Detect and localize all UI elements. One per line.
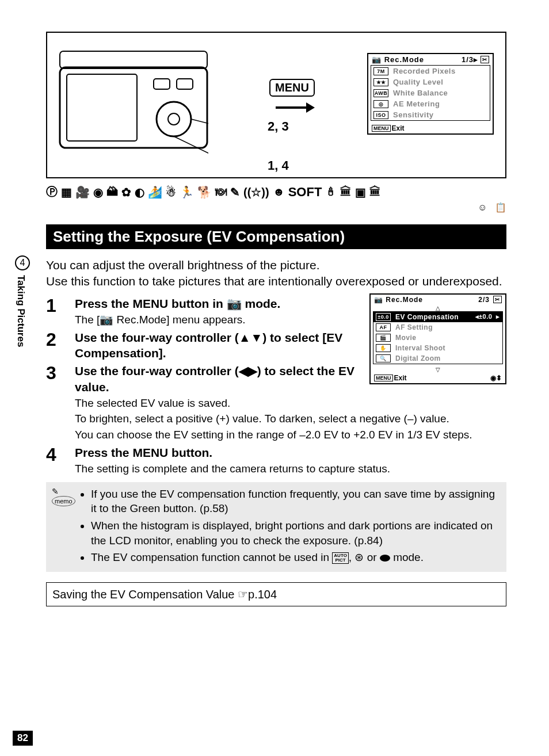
lcd-menu-item: 7MRecorded Pixels xyxy=(371,66,490,77)
chapter-number-badge: 4 xyxy=(15,255,30,270)
lcd-item-label: AF Setting xyxy=(395,323,433,331)
lcd1-exit: Exit xyxy=(392,124,405,132)
lcd-item-icon: ✋ xyxy=(376,344,391,352)
arrow-right-icon xyxy=(274,99,315,119)
memo-icon: ✎ memo xyxy=(52,487,81,567)
memo-item-3: The EV compensation function cannot be u… xyxy=(91,550,501,565)
memo3-d: mode. xyxy=(390,551,424,563)
lcd-item-icon: ±0.0 xyxy=(376,313,391,321)
mode-night-icon: ▦ xyxy=(61,185,72,199)
memo3-b: , xyxy=(349,551,355,563)
mode-p-icon: Ⓟ xyxy=(46,184,58,200)
step-number: 4 xyxy=(46,445,75,476)
svg-line-8 xyxy=(174,136,208,154)
lcd-item-value: ◂±0.0 ▸ xyxy=(475,313,500,320)
lcd-item-label: AE Metering xyxy=(393,100,440,108)
mode-candle-icon: 🕯 xyxy=(325,185,337,198)
mode-text-icon: ✎ xyxy=(230,185,240,199)
mode-kids-icon: ☺ xyxy=(478,203,487,212)
lcd-menu-item: 🎬Movie xyxy=(373,333,502,343)
tool-icon: ✂ xyxy=(493,296,502,303)
step3-desc-3: You can choose the EV setting in the ran… xyxy=(75,427,506,442)
lcd-item-icon: ISO xyxy=(373,111,388,119)
step-number: 3 xyxy=(46,363,75,442)
step2-title: Use the four-way controller (▲▼) to sele… xyxy=(75,330,363,361)
lcd1-title: Rec.Mode xyxy=(384,55,424,64)
memo3-a: The EV compensation function cannot be u… xyxy=(91,551,332,563)
lcd-item-icon: ◎ xyxy=(373,100,388,108)
mode-report-icon: 📋 xyxy=(495,203,506,212)
step1-desc-a: The [ xyxy=(75,314,100,326)
mode-soft-label: SOFT xyxy=(288,185,322,200)
mode-portrait-icon: ◐ xyxy=(135,185,144,199)
camera-mode-icon: 📷 xyxy=(227,297,242,310)
memo-item-2: When the histogram is displayed, bright … xyxy=(91,518,501,548)
step3-desc-2: To brighten, select a positive (+) value… xyxy=(75,411,506,426)
menu-chip: MENU xyxy=(374,375,393,381)
lcd-item-icon: 🔍 xyxy=(376,354,391,362)
lcd-item-label: Quality Level xyxy=(393,78,443,86)
lcd-item-label: White Balance xyxy=(393,89,448,97)
ok-icon: ◉⬍ xyxy=(490,374,502,382)
lcd-menu-item: ★★Quality Level xyxy=(371,77,490,87)
mode-icon-row-2: ☺ 📋 xyxy=(46,202,506,213)
lcd2-exit: Exit xyxy=(394,374,407,382)
lcd-menu-item: AWBWhite Balance xyxy=(371,87,490,98)
lcd1-page: 1/3 xyxy=(462,55,474,64)
svg-line-7 xyxy=(191,119,208,133)
cross-reference-box: Saving the EV Compensation Value ☞p.104 xyxy=(46,582,506,606)
lcd-menu-item: ISOSensitivity xyxy=(371,109,490,120)
callout-label-23: 2, 3 xyxy=(268,119,289,134)
svg-rect-2 xyxy=(67,74,137,141)
diagram-box: MENU 2, 3 1, 4 📷 Rec.Mode 1/3 ▸ ✂ 7MReco… xyxy=(46,32,506,178)
camera-icon: 📷 xyxy=(374,296,383,304)
camera-icon: 📷 xyxy=(372,55,382,64)
menu-chip: MENU xyxy=(372,125,391,132)
callout-label-14: 1, 4 xyxy=(268,158,289,173)
step-number: 2 xyxy=(46,330,75,361)
lcd2-page: 2/3 xyxy=(478,296,490,304)
lcd-item-icon: 🎬 xyxy=(376,334,391,342)
down-arrow-icon: ▽ xyxy=(371,366,505,373)
lcd-item-label: Digital Zoom xyxy=(395,354,441,362)
camera-back-illustration xyxy=(59,44,208,154)
chapter-title: Taking Pictures xyxy=(15,275,26,347)
camera-icon: 📷 xyxy=(100,314,113,326)
memo-block: ✎ memo If you use the EV compensation fu… xyxy=(46,482,506,572)
step3-desc-1: The selected EV value is saved. xyxy=(75,396,506,411)
step1-desc-b: Rec.Mode] menu appears. xyxy=(113,314,245,326)
mode-museum-icon: 🏛 xyxy=(340,185,352,198)
lcd-item-label: Recorded Pixels xyxy=(393,67,456,75)
green-mode-icon: ⊛ xyxy=(354,551,364,563)
mode-sport-icon: 🏃 xyxy=(180,185,194,199)
mode-movie-icon: 🎥 xyxy=(75,185,90,199)
page-number: 82 xyxy=(13,731,33,746)
svg-rect-0 xyxy=(60,51,207,68)
svg-rect-5 xyxy=(154,79,170,89)
step4-text-b: button. xyxy=(168,446,212,459)
mode-food-icon: 🍽 xyxy=(215,185,227,198)
intro-text-2: Use this function to take pictures that … xyxy=(46,273,506,289)
mode-museum2-icon: 🏛 xyxy=(369,185,381,198)
mode-landscape-icon: 🏔 xyxy=(106,185,118,198)
svg-rect-6 xyxy=(177,79,193,89)
intro-text-1: You can adjust the overall brightness of… xyxy=(46,257,506,273)
step1-menu-word: MENU xyxy=(132,297,168,310)
section-header: Setting the Exposure (EV Compensation) xyxy=(46,224,506,249)
mode-pet-icon: 🐕 xyxy=(197,185,212,199)
step4-text-a: Press the xyxy=(75,446,132,459)
tool-icon: ✂ xyxy=(481,56,489,63)
lcd-menu-item: AFAF Setting xyxy=(373,322,502,333)
svg-point-3 xyxy=(157,102,191,136)
step4-desc: The setting is complete and the camera r… xyxy=(75,461,506,476)
mode-surf-icon: 🏄 xyxy=(148,185,162,199)
step1-text-c: mode. xyxy=(242,297,281,310)
auto-pict-icon: AUTOPICT xyxy=(332,552,349,564)
svg-marker-10 xyxy=(306,102,315,113)
lcd-item-label: Sensitivity xyxy=(393,110,434,119)
lcd-menu-item: 🔍Digital Zoom xyxy=(373,353,502,364)
arrow-right-icon: ▸ xyxy=(474,55,478,64)
lcd-menu-item: ±0.0EV Compensation◂±0.0 ▸ xyxy=(373,312,502,322)
lcd-menu-item: ◎AE Metering xyxy=(371,98,490,109)
step-number: 1 xyxy=(46,296,75,327)
